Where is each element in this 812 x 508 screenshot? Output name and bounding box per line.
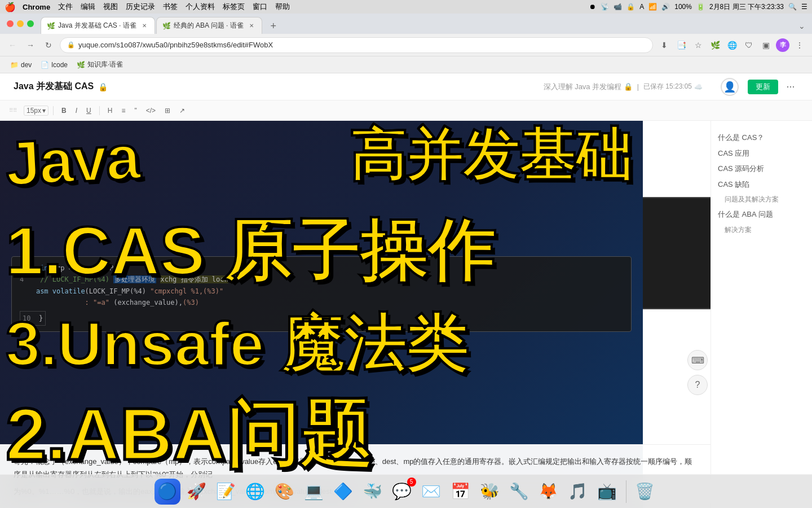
airdrop-icon: 📡: [601, 3, 609, 11]
help-button[interactable]: ?: [687, 375, 708, 395]
link-button[interactable]: ↗: [176, 106, 188, 116]
bookmark-yuque-icon: 🌿: [77, 61, 85, 69]
dock-mail-icon: ✉️: [421, 482, 441, 501]
code-button[interactable]: </>: [143, 106, 159, 116]
dock-launchpad[interactable]: 🚀: [184, 479, 210, 505]
underline-button[interactable]: U: [83, 106, 95, 116]
menu-tabs[interactable]: 标签页: [223, 2, 245, 12]
user-avatar-icon[interactable]: 👤: [721, 78, 739, 96]
list-button[interactable]: ≡: [118, 106, 129, 116]
reload-button[interactable]: ↻: [42, 38, 55, 52]
font-size-value: 15px: [27, 107, 41, 115]
search-icon[interactable]: 🔍: [788, 3, 797, 11]
bookmark-lcode[interactable]: 📄 lcode: [37, 60, 71, 70]
bookmarks-bar: 📁 dev 📄 lcode 🌿 知识库·语雀: [0, 56, 812, 73]
app-name[interactable]: Chrome: [23, 3, 50, 11]
yuque-ext-icon[interactable]: 🌿: [708, 38, 722, 52]
menu-help[interactable]: 帮助: [275, 2, 290, 12]
toc-item-5[interactable]: 问题及其解决方案: [718, 192, 805, 207]
italic-button[interactable]: I: [72, 106, 81, 116]
secure-icon: 🔒: [67, 41, 75, 49]
bookmark-dev[interactable]: 📁 dev: [7, 60, 35, 70]
dock-app2-icon: 🔧: [509, 482, 529, 501]
quote-button[interactable]: ": [131, 106, 140, 116]
keyboard-shortcut-button[interactable]: ⌨: [687, 350, 708, 370]
dock-vscode[interactable]: 🔷: [330, 479, 356, 505]
table-button[interactable]: ⊞: [161, 106, 174, 116]
new-tab-button[interactable]: +: [266, 18, 281, 34]
font-size-selector[interactable]: 15px ▾: [24, 106, 48, 116]
close-button[interactable]: [7, 20, 14, 27]
tab-1[interactable]: 🌿 Java 并发基础 CAS · 语雀 ✕: [41, 17, 155, 34]
maximize-button[interactable]: [27, 20, 34, 27]
star-icon[interactable]: ☆: [691, 38, 705, 52]
menu-view[interactable]: 视图: [103, 2, 118, 12]
tab-2-label: 经典的 ABA 问题 · 语雀: [174, 21, 244, 30]
tab-2-close[interactable]: ✕: [247, 21, 256, 30]
floating-buttons: ⌨ ?: [687, 350, 708, 395]
audio-icon: 🔊: [661, 3, 670, 11]
dock-wechat[interactable]: 💬 5: [389, 479, 415, 505]
dock-graphic[interactable]: 🎨: [272, 479, 298, 505]
toc-item-4[interactable]: CAS 缺陷: [718, 177, 805, 192]
dock-intellij[interactable]: 💻: [301, 479, 327, 505]
toc-item-3[interactable]: CAS 源码分析: [718, 161, 805, 177]
bookmark-yuque[interactable]: 🌿 知识库·语雀: [73, 59, 126, 71]
download-icon[interactable]: ⬇: [657, 38, 671, 52]
bookmark-dev-icon: 📁: [10, 61, 19, 69]
dock-calendar[interactable]: 📅: [448, 479, 474, 505]
dock-app2[interactable]: 🔧: [506, 479, 532, 505]
toc-item-7[interactable]: 解决方案: [718, 222, 805, 237]
dock-textedit[interactable]: 📝: [213, 479, 239, 505]
dock-music-icon: 🎵: [568, 482, 588, 501]
forward-button[interactable]: →: [24, 38, 37, 52]
dock-chrome[interactable]: 🌐: [242, 479, 268, 505]
tab-1-favicon: 🌿: [47, 22, 55, 30]
dock-firefox[interactable]: 🦊: [536, 479, 562, 505]
heading-button[interactable]: H: [104, 106, 116, 116]
control-center-icon[interactable]: ☰: [801, 3, 807, 11]
bookmark-lcode-icon: 📄: [41, 61, 49, 69]
dock-trash[interactable]: 🗑️: [632, 479, 658, 505]
dock-vscode-icon: 🔷: [333, 482, 353, 501]
dock-mail[interactable]: ✉️: [418, 479, 444, 505]
dock-docker[interactable]: 🐳: [360, 479, 386, 505]
update-button[interactable]: 更新: [748, 80, 778, 94]
url-text: yuque.com/s1o087/xwu5a0/pnbihz59e8stkms6…: [78, 41, 646, 49]
menu-profile[interactable]: 个人资料: [186, 2, 215, 12]
tab-search-button[interactable]: ⌄: [796, 20, 807, 32]
wifi-icon: 📶: [648, 3, 657, 11]
apple-menu[interactable]: 🍎: [5, 2, 16, 12]
tab-2[interactable]: 🌿 经典的 ABA 问题 · 语雀 ✕: [156, 17, 262, 34]
wechat-badge: 5: [407, 478, 416, 487]
dock-finder[interactable]: 🔵: [155, 479, 180, 505]
url-bar[interactable]: 🔒 yuque.com/s1o087/xwu5a0/pnbihz59e8stkm…: [60, 37, 653, 53]
more-options-button[interactable]: ···: [783, 79, 798, 95]
dock-app1[interactable]: 🐝: [477, 479, 503, 505]
minimize-button[interactable]: [17, 20, 24, 27]
profile-avatar[interactable]: 李: [776, 38, 789, 52]
translate-icon[interactable]: 🌐: [725, 38, 739, 52]
extensions-icon[interactable]: ⋮: [793, 38, 806, 52]
toc-item-1[interactable]: 什么是 CAS？: [718, 130, 805, 146]
menu-history[interactable]: 历史记录: [126, 2, 155, 12]
battery-text: 100%: [674, 3, 692, 11]
tab-1-close[interactable]: ✕: [140, 21, 149, 30]
yuque-header: Java 并发基础 CAS 🔒 深入理解 Java 并发编程 🔒 | 已保存 1…: [0, 73, 812, 100]
menu-bookmarks[interactable]: 书签: [163, 2, 178, 12]
dock-music[interactable]: 🎵: [565, 479, 591, 505]
menu-window[interactable]: 窗口: [253, 2, 267, 12]
tab-bar-right: ⌄: [796, 20, 807, 34]
shield-icon[interactable]: 🛡: [742, 38, 756, 52]
bookmark-tab-icon[interactable]: 📑: [674, 38, 688, 52]
toolbar-sep-2: [99, 106, 100, 115]
toc-item-6[interactable]: 什么是 ABA 问题: [718, 207, 805, 222]
menu-edit[interactable]: 编辑: [81, 2, 95, 12]
dock-appletv[interactable]: 📺: [594, 479, 620, 505]
toc-item-2[interactable]: CAS 应用: [718, 146, 805, 161]
menu-file[interactable]: 文件: [58, 2, 73, 12]
back-button[interactable]: ←: [6, 38, 19, 52]
bold-button[interactable]: B: [58, 106, 70, 116]
sidebar-toggle[interactable]: ▣: [759, 38, 773, 52]
bookmark-lcode-label: lcode: [51, 61, 68, 69]
